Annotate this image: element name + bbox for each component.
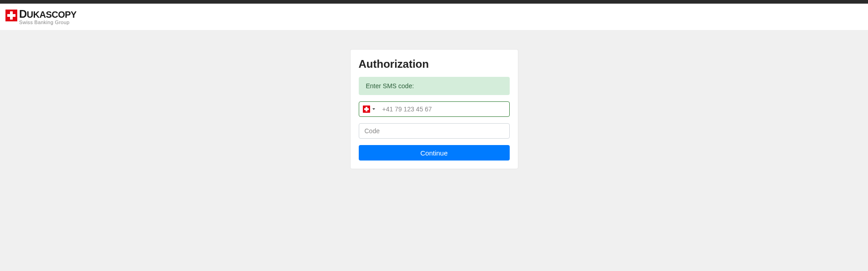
info-banner: Enter SMS code:	[359, 77, 510, 95]
brand-text-group: DUKASCOPY Swiss Banking Group	[19, 9, 76, 25]
phone-input[interactable]	[379, 102, 509, 116]
main-area: Authorization Enter SMS code: Continue	[0, 30, 868, 169]
chevron-down-icon	[372, 108, 375, 110]
country-code-dropdown[interactable]	[359, 102, 379, 116]
top-bar	[0, 0, 868, 4]
sms-code-input[interactable]	[359, 123, 510, 139]
brand-name: DUKASCOPY	[19, 9, 76, 20]
swiss-cross-icon	[5, 10, 17, 21]
phone-input-group	[359, 101, 510, 117]
continue-button[interactable]: Continue	[359, 145, 510, 161]
brand-tagline: Swiss Banking Group	[19, 20, 76, 25]
switzerland-flag-icon	[363, 105, 370, 113]
authorization-card: Authorization Enter SMS code: Continue	[350, 49, 518, 169]
header: DUKASCOPY Swiss Banking Group	[0, 4, 868, 30]
card-title: Authorization	[359, 58, 510, 70]
brand-logo[interactable]: DUKASCOPY Swiss Banking Group	[5, 9, 76, 25]
